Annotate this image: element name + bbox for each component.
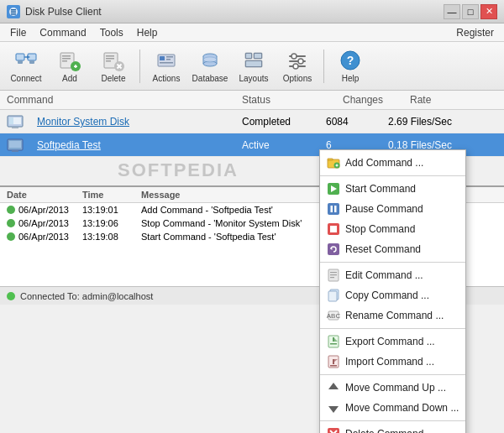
svg-rect-51	[12, 127, 18, 128]
log-date: 06/Apr/2013	[7, 218, 82, 228]
svg-rect-12	[62, 58, 71, 60]
svg-rect-39	[255, 54, 261, 58]
ctx-sep-4	[320, 374, 465, 375]
ctx-import-command[interactable]: Import Command ...	[320, 352, 465, 372]
connect-icon	[14, 49, 38, 72]
ctx-stop-command[interactable]: Stop Command	[320, 219, 465, 239]
help-label: Help	[342, 74, 360, 83]
minimize-button[interactable]: —	[444, 4, 460, 19]
svg-rect-52	[9, 117, 13, 124]
ctx-delete-command[interactable]: Delete Command	[320, 424, 465, 433]
close-button[interactable]: ✕	[480, 4, 497, 19]
svg-rect-1	[11, 9, 16, 11]
ctx-sep-2	[320, 262, 465, 263]
svg-rect-20	[106, 60, 111, 62]
ctx-move-down-label: Move Command Down ...	[345, 402, 459, 414]
log-time: 13:19:06	[82, 218, 141, 228]
move-up-icon	[327, 381, 340, 394]
ctx-pause-command[interactable]: Pause Command	[320, 199, 465, 219]
row-name[interactable]: Monitor System Disk	[37, 116, 242, 128]
svg-rect-67	[330, 226, 337, 232]
svg-rect-40	[246, 61, 261, 66]
title-controls: — □ ✕	[444, 4, 497, 19]
ctx-export-command[interactable]: Export Command ...	[320, 331, 465, 352]
toolbar-connect[interactable]: Connect	[5, 45, 47, 87]
maximize-button[interactable]: □	[462, 4, 479, 19]
svg-rect-11	[62, 55, 71, 57]
svg-text:?: ?	[347, 54, 354, 67]
svg-rect-68	[328, 243, 339, 255]
database-label: Database	[192, 74, 228, 83]
app-icon	[7, 5, 20, 18]
svg-rect-2	[11, 11, 16, 13]
toolbar-options[interactable]: Options	[276, 45, 318, 87]
svg-rect-16	[75, 65, 76, 68]
log-time: 13:19:01	[82, 205, 141, 215]
row-status: Active	[242, 139, 326, 151]
ctx-rename-label: Rename Command ...	[345, 310, 444, 321]
toolbar-separator-1	[139, 50, 140, 83]
toolbar-help[interactable]: ? Help	[329, 45, 371, 87]
col-rate: Rate	[410, 94, 497, 106]
export-icon	[327, 335, 340, 348]
svg-marker-87	[328, 406, 339, 413]
menu-help[interactable]: Help	[130, 25, 165, 40]
ctx-delete-label: Delete Command	[345, 428, 423, 433]
row-rate: 2.69 Files/Sec	[388, 116, 497, 128]
register-button[interactable]: Register	[449, 25, 501, 40]
toolbar-layouts[interactable]: Layouts	[233, 45, 275, 87]
svg-rect-84	[333, 359, 334, 364]
window-title: Disk Pulse Client	[25, 6, 102, 18]
menu-bar: File Command Tools Help Register	[0, 23, 504, 42]
ctx-start-command[interactable]: Start Command	[320, 179, 465, 199]
title-bar-left: Disk Pulse Client	[7, 5, 102, 18]
ctx-rename-command[interactable]: ABC Rename Command ...	[320, 305, 465, 326]
play-icon	[327, 182, 340, 196]
table-row[interactable]: Monitor System Disk Completed 6084 2.69 …	[0, 110, 504, 133]
toolbar-database[interactable]: Database	[189, 45, 231, 87]
svg-rect-19	[106, 58, 114, 60]
actions-icon	[155, 49, 178, 72]
ctx-copy-label: Copy Command ...	[345, 290, 429, 301]
ctx-add-command[interactable]: Add Command ...	[320, 153, 465, 173]
svg-rect-54	[9, 141, 21, 148]
log-time: 13:19:08	[82, 232, 141, 242]
actions-label: Actions	[153, 74, 181, 83]
menu-command[interactable]: Command	[33, 25, 92, 40]
help-icon: ?	[339, 49, 362, 72]
add-icon	[58, 49, 81, 72]
row-name[interactable]: Softpedia Test	[37, 139, 242, 151]
log-date: 06/Apr/2013	[7, 205, 82, 215]
toolbar-delete[interactable]: Delete	[92, 45, 134, 87]
ctx-move-down[interactable]: Move Command Down ...	[320, 398, 465, 418]
svg-rect-25	[160, 56, 165, 60]
ctx-reset-command[interactable]: Reset Command	[320, 239, 465, 259]
ctx-move-up[interactable]: Move Command Up ...	[320, 378, 465, 398]
svg-rect-26	[166, 56, 173, 58]
ctx-copy-command[interactable]: Copy Command ...	[320, 285, 465, 305]
svg-rect-18	[106, 55, 114, 57]
svg-rect-4	[16, 54, 24, 60]
svg-rect-27	[166, 59, 171, 60]
svg-rect-71	[330, 272, 337, 273]
menu-tools[interactable]: Tools	[93, 25, 130, 40]
svg-rect-3	[11, 13, 16, 15]
log-dot	[7, 219, 15, 227]
folder-add-icon	[327, 156, 340, 170]
toolbar-actions[interactable]: Actions	[145, 45, 187, 87]
col-changes: Changes	[343, 94, 410, 106]
menu-file[interactable]: File	[3, 25, 33, 40]
toolbar: Connect Add	[0, 42, 504, 91]
ctx-edit-command[interactable]: Edit Command ...	[320, 265, 465, 285]
svg-rect-80	[333, 337, 334, 342]
svg-rect-60	[336, 164, 337, 167]
svg-rect-55	[12, 150, 18, 152]
svg-rect-65	[334, 206, 337, 212]
reset-icon	[327, 243, 340, 256]
toolbar-separator-2	[323, 50, 324, 83]
database-icon	[198, 49, 222, 72]
svg-rect-81	[330, 343, 337, 345]
log-col-time: Time	[82, 190, 141, 200]
toolbar-add[interactable]: Add	[49, 45, 91, 87]
delete-label: Delete	[102, 74, 126, 83]
